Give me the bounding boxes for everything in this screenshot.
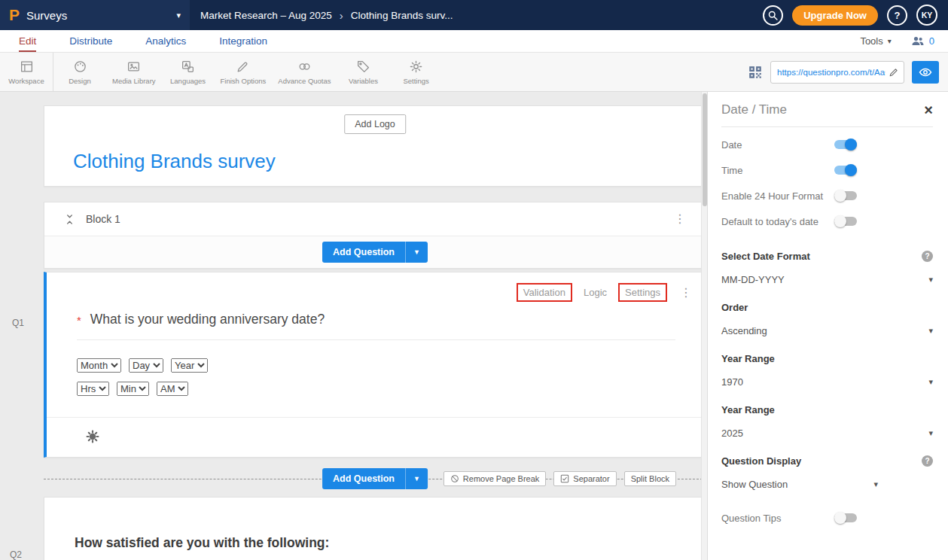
question-card-q1: Validation Logic Settings ⋮ * What is yo… [44, 272, 706, 458]
settings-link[interactable]: Settings [618, 283, 667, 302]
tab-distribute[interactable]: Distribute [69, 30, 112, 52]
question-tips-toggle[interactable] [834, 513, 857, 522]
add-question-button[interactable]: Add Question ▼ [322, 468, 428, 489]
question-footer [47, 417, 706, 443]
order-select[interactable]: Ascending ▾ [721, 325, 933, 336]
search-button[interactable] [763, 5, 783, 26]
canvas-scrollbar[interactable] [701, 92, 707, 560]
toolbar-item-media-library[interactable]: Media Library [106, 53, 162, 91]
help-icon[interactable]: ? [922, 455, 933, 467]
separator-button[interactable]: Separator [553, 471, 616, 486]
minutes-select[interactable]: Min [117, 382, 149, 396]
year-range-start-select[interactable]: 1970 ▾ [721, 376, 933, 388]
toolbar-label: Advance Quotas [278, 77, 331, 85]
image-icon [127, 59, 141, 74]
day-select[interactable]: Day [129, 358, 163, 373]
question-text[interactable]: How satisfied are you with the following… [75, 535, 675, 551]
upgrade-now-button[interactable]: Upgrade Now [792, 5, 878, 26]
chevron-down-icon: ▾ [888, 37, 892, 45]
selected-value: 1970 [721, 376, 743, 388]
question-menu-dots[interactable]: ⋮ [680, 287, 692, 299]
panel-header: Date / Time × [721, 102, 933, 117]
avatar[interactable]: KY [916, 5, 937, 26]
question-text[interactable]: What is your wedding anniversary date? [90, 312, 325, 327]
selected-value: MM-DD-YYYY [721, 274, 785, 285]
hours-select[interactable]: Hrs [77, 382, 109, 396]
question-menu: Validation Logic Settings ⋮ [517, 283, 692, 302]
toolbar-item-settings[interactable]: Settings [390, 53, 443, 91]
collapse-block-icon[interactable] [64, 213, 75, 226]
help-icon[interactable]: ? [922, 251, 933, 262]
block-menu-dots[interactable]: ⋮ [674, 213, 686, 225]
date-toggle[interactable] [834, 140, 857, 149]
default-today-toggle[interactable] [834, 217, 857, 226]
survey-canvas: Q1 Q2 Add Logo Clothing Brands survey Bl… [0, 92, 948, 560]
year-select[interactable]: Year [171, 358, 208, 373]
question-settings-gear-icon[interactable] [86, 430, 99, 443]
year-range-end-select[interactable]: 2025 ▾ [721, 428, 933, 439]
questionpro-logo: P [9, 6, 20, 24]
field-label: Year Range [721, 353, 775, 364]
block-header: Block 1 ⋮ [44, 202, 706, 236]
add-question-button[interactable]: Add Question ▼ [322, 242, 428, 263]
toolbar-item-design[interactable]: Design [53, 53, 106, 91]
tab-edit[interactable]: Edit [19, 30, 36, 52]
canvas-content: Add Logo Clothing Brands survey Block 1 … [44, 92, 706, 560]
enable-24-hour-toggle[interactable] [834, 191, 857, 200]
chevron-down-icon: ▾ [873, 479, 878, 489]
add-logo-button[interactable]: Add Logo [344, 114, 406, 134]
split-block-button[interactable]: Split Block [624, 471, 676, 486]
tab-analytics[interactable]: Analytics [145, 30, 186, 52]
field-order: Order Ascending ▾ [721, 302, 933, 336]
toolbar-label: Variables [349, 77, 378, 85]
field-label: Order [721, 302, 748, 313]
toolbar-item-languages[interactable]: Languages [162, 53, 215, 91]
date-format-select[interactable]: MM-DD-YYYY ▾ [721, 274, 933, 285]
topbar-actions: Upgrade Now ? KY [763, 5, 948, 26]
time-toggle[interactable] [834, 166, 857, 175]
separator-label: Separator [573, 474, 609, 483]
help-button[interactable]: ? [887, 5, 907, 26]
question-display-select[interactable]: Show Question ▾ [721, 479, 878, 490]
gear-icon [409, 59, 423, 74]
toolbar-item-workspace[interactable]: Workspace [0, 53, 53, 91]
tools-menu[interactable]: Tools ▾ [860, 35, 891, 47]
chevron-down-icon: ▾ [928, 326, 933, 336]
survey-title[interactable]: Clothing Brands survey [73, 150, 276, 173]
toolbar-item-advance-quotas[interactable]: Advance Quotas [272, 53, 337, 91]
breadcrumb-survey-name[interactable]: Clothing Brands surv... [351, 10, 453, 21]
month-select[interactable]: Month [77, 358, 121, 373]
time-dropdown-row: Hrs Min AM [77, 382, 706, 396]
toggle-row-question-tips: Question Tips [721, 505, 933, 531]
breadcrumb-folder[interactable]: Market Research – Aug 2025 [200, 10, 332, 21]
product-switcher[interactable]: P Surveys ▾ [0, 0, 190, 30]
add-question-dropdown[interactable]: ▼ [405, 468, 428, 489]
qr-code-button[interactable] [748, 65, 763, 80]
survey-nav-bar: Edit Distribute Analytics Integration To… [0, 30, 948, 53]
tab-integration[interactable]: Integration [219, 30, 267, 52]
survey-url-field[interactable]: https://questionpro.com/t/AaQtpZ7 [770, 61, 904, 84]
add-question-label[interactable]: Add Question [322, 468, 405, 489]
survey-url[interactable]: https://questionpro.com/t/AaQtpZ7 [777, 68, 886, 77]
field-label: Select Date Format [721, 251, 810, 262]
chevron-down-icon[interactable]: ▾ [176, 11, 181, 20]
survey-header-card: Add Logo Clothing Brands survey [44, 105, 706, 187]
validation-link[interactable]: Validation [517, 283, 572, 302]
toolbar-item-variables[interactable]: Variables [337, 53, 390, 91]
edit-pencil-icon[interactable] [889, 67, 899, 78]
collaborators-button[interactable]: 0 [911, 35, 934, 47]
remove-page-break-button[interactable]: Remove Page Break [444, 471, 547, 486]
chevron-down-icon: ▾ [928, 377, 933, 387]
close-icon[interactable]: × [924, 102, 933, 117]
workspace-icon [20, 59, 34, 74]
people-icon [911, 35, 925, 47]
block-title[interactable]: Block 1 [86, 213, 120, 225]
toolbar-item-finish-options[interactable]: Finish Options [215, 53, 273, 91]
remove-page-break-icon [450, 474, 459, 483]
preview-button[interactable] [912, 61, 939, 84]
logic-link[interactable]: Logic [582, 285, 608, 300]
add-question-dropdown[interactable]: ▼ [405, 242, 428, 263]
block-add-question-area: Add Question ▼ [44, 236, 706, 268]
add-question-label[interactable]: Add Question [322, 242, 405, 263]
ampm-select[interactable]: AM [157, 382, 188, 396]
